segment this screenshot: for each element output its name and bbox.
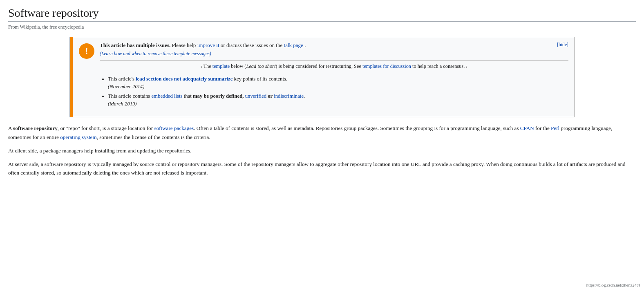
embedded-lists-link[interactable]: embedded lists xyxy=(151,93,182,99)
software-packages-link[interactable]: software packages xyxy=(154,125,194,131)
paragraph-1: A software repository, or "repo" for sho… xyxy=(8,124,636,141)
svg-text:!: ! xyxy=(85,46,88,56)
os-link[interactable]: operating system xyxy=(60,134,97,140)
talk-link[interactable]: talk page xyxy=(284,42,303,48)
notice-text2: or discuss these issues on the xyxy=(221,42,284,48)
notice-text3: . xyxy=(304,42,306,48)
improve-link[interactable]: improve it xyxy=(197,42,219,48)
lead-section-link[interactable]: lead section does not adequately xyxy=(136,76,207,82)
indiscriminate-link[interactable]: indiscriminate xyxy=(274,93,304,99)
orange-bar xyxy=(70,37,73,117)
templates-discussion-link[interactable]: templates for discussion xyxy=(362,63,411,69)
notice-bullets: This article's lead section does not ade… xyxy=(100,75,568,108)
page-subtitle: From Wikipedia, the free encyclopedia xyxy=(8,24,636,30)
learn-link[interactable]: (Learn how and when to remove these temp… xyxy=(100,51,211,56)
page-title: Software repository xyxy=(8,7,636,22)
paragraph-2: At client side, a package managers help … xyxy=(8,146,636,155)
software-repository-bold: software repository xyxy=(13,125,58,131)
notice-box: ! This article has multiple issues. Plea… xyxy=(69,37,575,117)
unverified-link[interactable]: unverified xyxy=(245,93,266,99)
hide-button[interactable]: [hide] xyxy=(557,41,568,49)
notice-bold: This article has multiple issues. xyxy=(100,42,170,48)
notice-text1: Please help xyxy=(172,42,197,48)
perl-link[interactable]: Perl xyxy=(551,125,559,131)
template-link[interactable]: template xyxy=(212,63,230,69)
bullet1-date: (November 2014) xyxy=(108,84,144,90)
warning-icon: ! xyxy=(78,43,95,59)
restructuring-box: ‹ The template below (Lead too short) is… xyxy=(100,60,568,72)
bullet2-date: (March 2019) xyxy=(108,101,137,107)
summarize-link[interactable]: summarize xyxy=(208,76,233,82)
notice-bullet-2: This article contains embedded lists tha… xyxy=(108,92,568,108)
notice-bullet-1: This article's lead section does not ade… xyxy=(108,75,568,91)
cpan-link[interactable]: CPAN xyxy=(520,125,534,131)
paragraph-3: At server side, a software repository is… xyxy=(8,160,636,177)
